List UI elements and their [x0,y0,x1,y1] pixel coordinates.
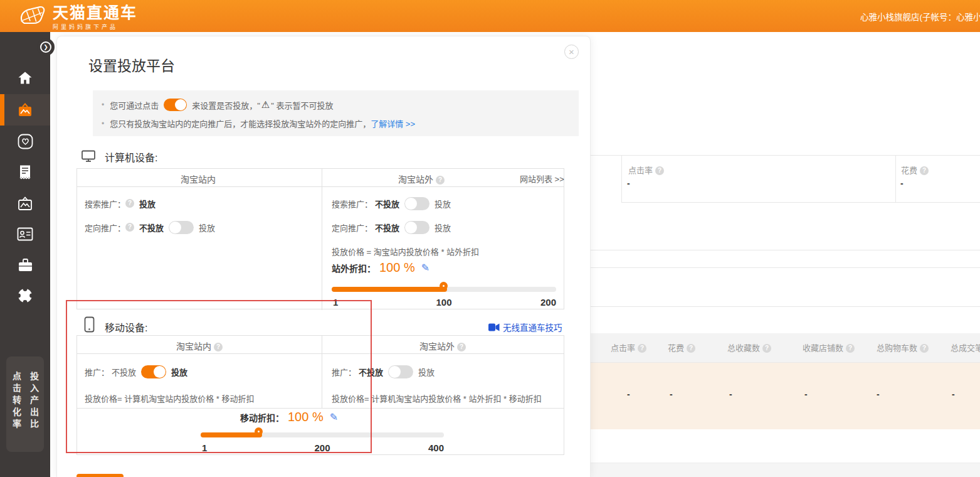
help-icon[interactable]: ? [762,344,771,353]
sidebar-item-report[interactable] [0,156,50,188]
bg-col-header: 总成交笔 [951,341,980,353]
bg-divider [591,306,980,307]
mobile-section-title: 移动设备: [105,319,147,335]
pc-out-target-row: 定向推广： 不投放 投放 [332,220,451,235]
example-toggle-on[interactable] [164,99,187,111]
help-icon[interactable]: ? [655,166,664,175]
help-icon[interactable]: ? [457,343,466,351]
video-camera-icon [488,323,500,331]
row-label: 推广： [85,366,109,378]
close-icon[interactable]: × [564,45,579,59]
column-divider [322,169,322,310]
notice-text: 来设置是否投放，" [192,99,260,111]
help-icon[interactable]: ? [638,344,646,353]
mobile-out-promo-row: 推广： 不投放 投放 [332,364,435,379]
help-icon[interactable]: ? [125,199,134,208]
pc-out-search-toggle[interactable] [404,197,429,210]
col-header-taobao-out: 淘宝站外? [398,173,445,185]
pc-out-target-toggle[interactable] [404,221,429,234]
status-off: 不投放 [359,366,383,378]
notice-line-2: • 您只有投放淘宝站内的定向推广后，才能选择投放淘宝站外的定向推广， 了解详情 … [102,117,415,129]
sidebar-item-tools[interactable] [0,249,50,281]
slider-fill [332,287,447,292]
report-icon [18,164,32,180]
status-on: 投放 [139,198,155,210]
sidebar-item-home[interactable] [0,62,50,94]
table-divider [77,408,564,409]
slider-handle[interactable] [255,427,263,436]
account-name[interactable]: 心雅小栈旗舰店(子帐号：心雅小栈旗 [860,10,980,23]
help-icon[interactable]: ? [125,223,134,232]
mobile-out-price-formula: 投放价格= 计算机淘宝站内投放价格 * 站外折扣 * 移动折扣 [332,392,542,404]
confirm-button[interactable] [76,474,124,477]
logo-title: 天猫直通车 [53,4,137,21]
pc-out-discount-row: 站外折扣： 100 % ✎ [332,260,429,275]
notice-text: 您只有投放淘宝站内的定向推广后，才能选择投放淘宝站外的定向推广， [110,117,371,129]
sidebar-item-help[interactable] [0,280,50,311]
notice-text: " 表示暂不可投放 [271,99,333,111]
website-list-link[interactable]: 网站列表 >> [520,173,564,185]
toggle-knob [169,222,181,233]
metric-ctr-label: 点击转化率 [10,372,23,452]
pc-out-discount-slider[interactable] [332,287,556,292]
pc-out-search-row: 搜索推广： 不投放 投放 [332,196,451,211]
sidebar-item-campaign-active[interactable] [0,94,50,126]
bg-cell: - [877,389,880,399]
status-on: 投放 [171,366,187,378]
slider-handle[interactable] [440,282,448,290]
tick-mid: 200 [314,442,330,453]
discount-value: 100 % [288,410,324,424]
mobile-icon [84,316,95,333]
bg-divider [591,155,980,156]
mobile-discount-row: 移动折扣： 100 % ✎ [240,410,338,424]
edit-pencil-icon[interactable]: ✎ [330,411,338,423]
bg-divider [621,202,980,203]
discount-value: 100 % [379,260,415,275]
sidebar-expand-button[interactable]: ❯ [37,38,55,56]
bg-divider [621,155,622,203]
mobile-discount-slider[interactable] [201,432,444,437]
learn-more-link[interactable]: 了解详情 >> [371,117,415,129]
help-icon[interactable]: ? [920,166,929,175]
pc-in-target-toggle[interactable] [169,221,194,234]
bg-col-header: 收藏店铺数? [803,341,855,353]
help-icon[interactable]: ? [214,343,223,351]
mobile-out-promo-toggle[interactable] [388,365,413,378]
tick-max: 200 [540,297,556,308]
briefcase-icon [18,258,33,272]
help-icon[interactable]: ? [687,344,695,353]
row-label: 定向推广： [85,222,125,233]
mobile-table: 淘宝站内? 淘宝站外? 推广： 不投放 投放 投放价格= 计算机淘宝站内投放价格… [76,335,564,455]
stat-value-ctr: - [627,178,630,188]
bg-footer-band [591,463,980,477]
metric-side-panel[interactable]: 点击转化率 投入产出比 [6,356,44,452]
discount-label: 移动折扣： [240,411,284,424]
computer-section-title: 计算机设备: [105,149,157,164]
bg-cell: - [729,389,732,399]
row-label: 搜索推广： [332,198,372,210]
sidebar-item-favorites[interactable] [0,126,50,157]
help-icon[interactable]: ? [920,344,929,353]
wireless-tips[interactable]: 无线直通车技巧 [488,321,562,333]
metric-roi-label: 投入产出比 [28,372,40,452]
help-icon[interactable]: ? [846,344,855,353]
pc-out-price-formula: 投放价格 = 淘宝站内投放价格 * 站外折扣 [332,245,479,257]
logo[interactable]: 天猫直通车 阿里妈妈旗下产品 [18,4,137,31]
mobile-table-header [77,336,564,354]
sidebar-item-account[interactable] [0,218,50,250]
tick-mid: 100 [436,297,451,308]
toggle-knob [389,366,401,378]
edit-pencil-icon[interactable]: ✎ [421,262,429,274]
col-header-taobao-out: 淘宝站外? [419,340,466,352]
notice-line-1: • 您可通过点击 来设置是否投放，" ⚠ " 表示暂不可投放 [102,99,334,111]
warning-icon: ⚠ [261,99,270,110]
toggle-knob [405,198,417,210]
sidebar-item-creative[interactable] [0,188,50,219]
mobile-in-promo-toggle[interactable] [141,365,166,378]
wireless-tips-link[interactable]: 无线直通车技巧 [503,321,562,333]
bg-divider [895,155,896,203]
help-icon[interactable]: ? [436,176,445,185]
status-off: 不投放 [375,198,399,210]
active-indicator [0,94,4,126]
column-divider [322,336,322,408]
